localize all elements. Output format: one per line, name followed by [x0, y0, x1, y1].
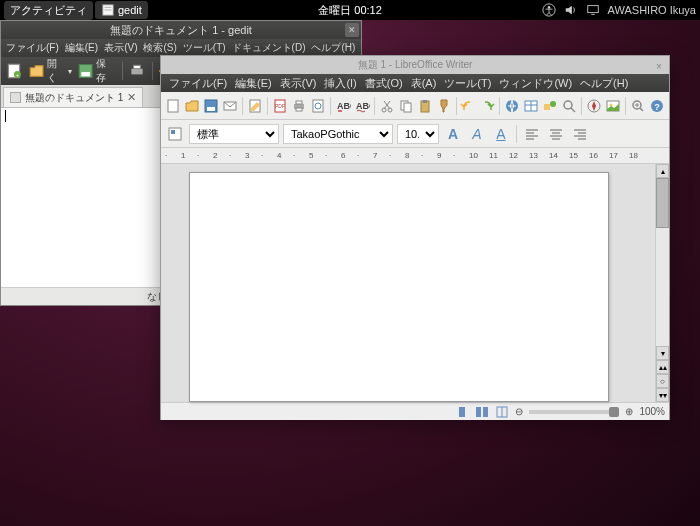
scroll-up-icon[interactable]: ▴: [656, 164, 669, 178]
app-menu-button[interactable]: gedit: [95, 1, 148, 19]
svg-text:?: ?: [654, 102, 660, 112]
preview-icon[interactable]: [310, 96, 326, 116]
cut-icon[interactable]: [379, 96, 395, 116]
edit-doc-icon[interactable]: [247, 96, 263, 116]
svg-rect-59: [476, 407, 481, 417]
find-icon[interactable]: [561, 96, 577, 116]
svg-rect-26: [423, 100, 427, 103]
nav-select-icon[interactable]: ○: [656, 374, 669, 388]
drawing-icon[interactable]: [542, 96, 558, 116]
export-pdf-icon[interactable]: PDF: [272, 96, 288, 116]
svg-line-34: [571, 108, 575, 112]
navigator-icon[interactable]: [586, 96, 602, 116]
table-icon[interactable]: [523, 96, 539, 116]
align-center-icon[interactable]: [546, 124, 566, 144]
paragraph-style-select[interactable]: 標準: [189, 124, 279, 144]
display-icon[interactable]: [586, 3, 600, 17]
svg-text:PDF: PDF: [275, 103, 285, 109]
ge-menu-item[interactable]: 編集(E): [62, 41, 101, 55]
viewlayout-multi-icon[interactable]: [475, 405, 489, 419]
styles-icon[interactable]: [165, 124, 185, 144]
svg-point-33: [564, 101, 572, 109]
svg-rect-69: [134, 65, 141, 68]
print-icon[interactable]: [291, 96, 307, 116]
zoom-out-icon[interactable]: ⊖: [515, 406, 523, 417]
new-file-button[interactable]: +: [5, 62, 23, 80]
save-icon[interactable]: [203, 96, 219, 116]
lo-menu-item[interactable]: ツール(T): [440, 76, 495, 91]
nav-prev-icon[interactable]: ▴▴: [656, 360, 669, 374]
save-button[interactable]: 保存: [77, 57, 115, 85]
lo-menu-item[interactable]: 挿入(I): [320, 76, 360, 91]
lo-document-area[interactable]: ▴ ▾ ▴▴ ○ ▾▾: [161, 164, 669, 402]
lo-vertical-scrollbar[interactable]: ▴ ▾ ▴▴ ○ ▾▾: [655, 164, 669, 402]
lo-menu-item[interactable]: ファイル(F): [165, 76, 231, 91]
ge-menu-item[interactable]: ツール(T): [180, 41, 229, 55]
lo-menu-item[interactable]: 表示(V): [276, 76, 321, 91]
svg-line-39: [640, 108, 643, 111]
close-icon[interactable]: ×: [653, 58, 665, 70]
lo-menu-item[interactable]: 表(A): [407, 76, 441, 91]
nav-next-icon[interactable]: ▾▾: [656, 388, 669, 402]
italic-icon[interactable]: A: [467, 124, 487, 144]
format-paintbrush-icon[interactable]: [436, 96, 452, 116]
align-left-icon[interactable]: [522, 124, 542, 144]
gnome-topbar: アクティビティ gedit 金曜日 00:12 AWASHIRO Ikuya: [0, 0, 700, 20]
email-icon[interactable]: [222, 96, 238, 116]
align-right-icon[interactable]: [570, 124, 590, 144]
tab-close-icon[interactable]: ✕: [127, 91, 136, 104]
activities-button[interactable]: アクティビティ: [4, 1, 93, 20]
accessibility-icon[interactable]: [542, 3, 556, 17]
lo-titlebar[interactable]: 無題 1 - LibreOffice Writer ×: [161, 56, 669, 74]
lo-menu-item[interactable]: 編集(E): [231, 76, 276, 91]
redo-icon[interactable]: [479, 96, 495, 116]
undo-icon[interactable]: [460, 96, 476, 116]
ge-menu-item[interactable]: 表示(V): [101, 41, 140, 55]
ge-menu-item[interactable]: ヘルプ(H): [308, 41, 358, 55]
open-icon[interactable]: [184, 96, 200, 116]
lo-menu-item[interactable]: ヘルプ(H): [576, 76, 632, 91]
scroll-down-icon[interactable]: ▾: [656, 346, 669, 360]
zoom-in-icon[interactable]: ⊕: [625, 406, 633, 417]
spellcheck-icon[interactable]: ABC: [335, 96, 351, 116]
lo-menu-item[interactable]: ウィンドウ(W): [495, 76, 576, 91]
lo-toolbar-main: PDF ABC ABC ?: [161, 92, 669, 120]
print-button[interactable]: [128, 62, 146, 80]
svg-point-4: [547, 6, 550, 9]
close-icon[interactable]: ✕: [345, 23, 359, 37]
ge-menu-item[interactable]: 検索(S): [140, 41, 179, 55]
scroll-thumb[interactable]: [656, 178, 669, 228]
paste-icon[interactable]: [417, 96, 433, 116]
svg-point-32: [550, 101, 556, 107]
zoom-slider[interactable]: [529, 410, 619, 414]
open-button[interactable]: 開く ▾: [28, 57, 72, 85]
ge-menu-item[interactable]: ドキュメント(D): [229, 41, 309, 55]
libreoffice-window: 無題 1 - LibreOffice Writer × ファイル(F) 編集(E…: [160, 55, 670, 420]
lo-menu-item[interactable]: 書式(O): [361, 76, 407, 91]
ge-menu-item[interactable]: ファイル(F): [3, 41, 62, 55]
font-size-select[interactable]: 10.5: [397, 124, 439, 144]
user-menu[interactable]: AWASHIRO Ikuya: [608, 4, 696, 16]
help-icon[interactable]: ?: [649, 96, 665, 116]
auto-spellcheck-icon[interactable]: ABC: [354, 96, 370, 116]
bold-icon[interactable]: A: [443, 124, 463, 144]
zoom-icon[interactable]: [630, 96, 646, 116]
font-name-select[interactable]: TakaoPGothic: [283, 124, 393, 144]
new-doc-icon[interactable]: [165, 96, 181, 116]
gallery-icon[interactable]: [605, 96, 621, 116]
viewlayout-book-icon[interactable]: [495, 405, 509, 419]
svg-rect-58: [459, 407, 465, 417]
sound-icon[interactable]: [564, 3, 578, 17]
svg-rect-45: [171, 130, 175, 134]
viewlayout-single-icon[interactable]: [455, 405, 469, 419]
copy-icon[interactable]: [398, 96, 414, 116]
underline-icon[interactable]: A: [491, 124, 511, 144]
svg-rect-9: [207, 107, 215, 111]
zoom-value[interactable]: 100%: [639, 406, 665, 417]
lo-page[interactable]: [189, 172, 609, 402]
clock[interactable]: 金曜日 00:12: [318, 3, 382, 18]
lo-ruler[interactable]: ·1·2·3·4·5·6·7·8·9·101112131415161718: [161, 148, 669, 164]
ge-tab[interactable]: 無題のドキュメント 1 ✕: [3, 87, 143, 107]
ge-titlebar[interactable]: 無題のドキュメント 1 - gedit ✕: [1, 21, 361, 39]
hyperlink-icon[interactable]: [504, 96, 520, 116]
